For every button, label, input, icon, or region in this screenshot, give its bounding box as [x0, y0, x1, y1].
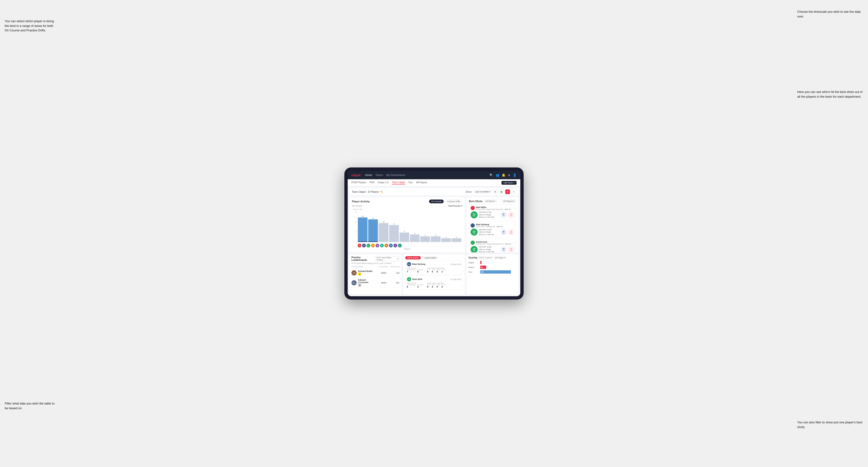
scoring-players-label: All Players: [495, 257, 504, 259]
annotation-top-left: You can select which player is doing the…: [5, 19, 57, 33]
practice-row-2: EC Edward Crossman 2 18/20 107: [351, 278, 400, 288]
edit-icon[interactable]: ✏️: [380, 191, 383, 193]
shots-chevron: ▾: [494, 200, 495, 203]
bell-icon[interactable]: 🔔: [502, 173, 505, 177]
subnav-pga[interactable]: PGA: [369, 181, 374, 184]
bar-7: [431, 236, 440, 242]
activities-values-2: GTT 0 APP 0 ARG 0: [427, 284, 446, 288]
pb-score-butler: 19/20: [375, 272, 386, 274]
active-name-mcharg: Blair McHarg: [412, 263, 450, 266]
bar-4: [400, 232, 409, 242]
scoring-filter-1[interactable]: Par 3, 4 & 5s ▾: [478, 256, 493, 259]
team-header-bar: Team Clippd | 14 Players ✏️ Show: Last 3…: [349, 188, 519, 195]
practice-header: Practice Leaderboards PUTT Must Make Put…: [351, 256, 400, 261]
shot-chevron-1[interactable]: ›: [513, 224, 515, 227]
avatar-6: B: [384, 244, 388, 247]
shot-card-1: Blair McHarg 23 Jul 2023 · Ashridge GC ·…: [469, 222, 516, 238]
bar-0: [358, 217, 368, 242]
shot-avatar-0: [470, 206, 475, 210]
scoring-filter-2[interactable]: All Players ▾: [494, 256, 506, 259]
all-players-label: All Players: [503, 200, 513, 203]
shot-card-0: Matt Miller 09 Jun 2023 · Royal North De…: [469, 204, 516, 220]
add-team-button[interactable]: Add Team +: [501, 181, 517, 185]
search-icon[interactable]: 🔍: [489, 173, 493, 177]
player-avatars: MBFCEBBMCR: [353, 244, 461, 247]
practice-val-2: 4: [417, 286, 423, 288]
bar-value-2: 10: [382, 221, 384, 223]
tab-on-course[interactable]: On Course: [429, 199, 444, 203]
rank-badge-1: 1: [358, 272, 361, 276]
tournament-label: Tournament: [407, 269, 415, 271]
player-avatar-crossman: EC: [351, 280, 356, 285]
all-shots-filter[interactable]: All Shots ▾: [484, 199, 497, 203]
sub-navigation: PGAT Players PGA Hcaps 1-5 Team Clippd T…: [348, 179, 520, 186]
gtt-val-2: 0: [427, 286, 431, 288]
nav-teams[interactable]: Teams: [375, 174, 383, 177]
bar-value-6: 3: [425, 235, 426, 236]
chart-section-title: On Course: [352, 205, 362, 207]
gtt-label: GTT: [427, 269, 431, 271]
heart-view-button[interactable]: ♥: [505, 189, 510, 194]
active-name-britt: Rees Britt: [412, 278, 450, 280]
nav-my-performance[interactable]: My Performance: [386, 174, 405, 177]
app-val-2: 0: [432, 286, 435, 288]
profile-icon[interactable]: 👤: [513, 173, 517, 177]
bar-8: [441, 238, 451, 242]
pb-score-crossman: 18/20: [375, 282, 386, 284]
tab-practice-drills[interactable]: Practice Drills: [445, 199, 462, 203]
time-filter[interactable]: Last 3 months ▾: [474, 190, 492, 193]
shot-cards-container: Matt Miller 09 Jun 2023 · Royal North De…: [469, 204, 516, 252]
scoring-label-1: Birdies: [468, 266, 479, 269]
all-players-filter[interactable]: All Players ▾: [501, 199, 516, 203]
nav-home[interactable]: Home: [365, 174, 372, 177]
bar-2: [379, 223, 388, 242]
subnav-tour[interactable]: Tour: [408, 181, 413, 184]
avatar-3: C: [371, 244, 375, 247]
shot-player-row-0: Matt Miller 09 Jun 2023 · Royal North De…: [470, 206, 515, 210]
bar-value-5: 4: [414, 232, 415, 234]
best-shots-title: Best Shots: [469, 200, 483, 203]
nav-icons: 🔍 👥 🔔 ⊕ 👤: [489, 173, 517, 177]
shot-chevron-0[interactable]: ›: [513, 206, 515, 210]
subnav-pgat[interactable]: PGAT Players: [351, 181, 366, 184]
scoring-bar-row-2: Pars499: [468, 270, 517, 274]
avatar-5: B: [380, 244, 384, 247]
player-name-butler: Richard Butler: [358, 270, 373, 272]
bar-group-5: 4: [410, 211, 420, 242]
list-view-button[interactable]: ≡: [512, 189, 516, 194]
player-count: 14 Players: [368, 191, 379, 193]
scoring-bar-fill-0: 3: [480, 261, 482, 264]
player-activity-panel: Player Activity On Course Practice Drill…: [349, 197, 465, 252]
card-view-button[interactable]: ▦: [499, 189, 504, 194]
app-val: 0: [432, 271, 435, 273]
nav-items: Home Teams My Performance: [365, 174, 489, 177]
subnav-hcaps[interactable]: Hcaps 1-5: [378, 181, 389, 184]
shot-stats-2: Shot Dist: 16 ydsStart Lie: RoughEnd Lie…: [479, 246, 499, 252]
col-player-name: PLAYER NAME: [351, 266, 376, 268]
active-player-row-1: BM Blair McHarg 26 Aug 2023: [407, 262, 461, 266]
plus-circle-icon[interactable]: ⊕: [508, 173, 510, 177]
y-label-5: 5: [356, 231, 357, 233]
practice-val: 6: [417, 271, 423, 273]
shots-header: Best Shots All Shots ▾ All Players ▾: [469, 199, 516, 203]
bar-group-0: 13: [358, 211, 368, 242]
tournament-val: 7: [407, 271, 415, 273]
shot-meta-0: 09 Jun 2023 · Royal North Devon GC · Hol…: [476, 209, 512, 210]
shot-avatar-2: [470, 241, 475, 245]
tab-least-active[interactable]: Least Active: [422, 256, 438, 259]
chart-filter-dropdown[interactable]: Total Rounds ▾: [448, 205, 462, 207]
subnav-team-clippd[interactable]: Team Clippd: [392, 181, 405, 184]
users-icon[interactable]: 👥: [496, 173, 499, 177]
avatar-4: E: [375, 244, 379, 247]
tab-most-active[interactable]: Most Active: [405, 256, 421, 259]
putt-label-2: PUTT: [441, 284, 446, 286]
y-label-0: 0: [356, 241, 357, 243]
shot-player-row-1: Blair McHarg 23 Jul 2023 · Ashridge GC ·…: [470, 223, 515, 228]
shot-chevron-2[interactable]: ›: [513, 241, 515, 245]
grid-view-button[interactable]: ⊞: [493, 189, 498, 194]
shot-yds2-1: 0yds: [508, 229, 515, 236]
subnav-all-players[interactable]: All Players: [416, 181, 427, 184]
shot-badge-2: 198SG: [470, 246, 478, 252]
practice-filter-dropdown[interactable]: PUTT Must Make Putting ... ▾: [375, 256, 399, 261]
arg-label-2: ARG: [437, 284, 440, 286]
